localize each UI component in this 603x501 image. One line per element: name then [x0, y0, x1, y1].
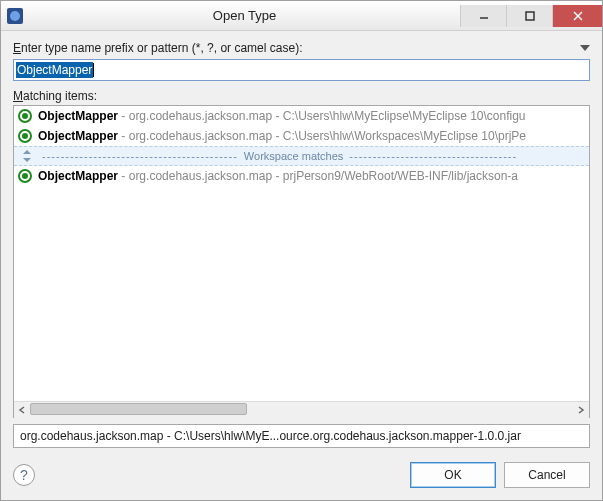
maximize-icon: [525, 11, 535, 21]
text-cursor: [93, 63, 94, 77]
ok-label: OK: [444, 468, 461, 482]
chevron-left-icon: [18, 406, 26, 414]
button-row: ? OK Cancel: [13, 462, 590, 488]
help-icon: ?: [20, 467, 28, 483]
scroll-left-button[interactable]: [14, 402, 30, 418]
status-text: org.codehaus.jackson.map - C:\Users\hlw\…: [20, 429, 521, 443]
close-icon: [573, 11, 583, 21]
close-button[interactable]: [552, 5, 602, 27]
class-icon: [18, 109, 32, 123]
svg-rect-1: [526, 12, 534, 20]
scroll-track[interactable]: [30, 402, 573, 418]
minimize-icon: [479, 11, 489, 21]
input-value: ObjectMapper: [16, 62, 93, 78]
divider-dashes: ----------------------------------------…: [42, 150, 238, 162]
item-text: ObjectMapper - org.codehaus.jackson.map …: [38, 109, 526, 123]
list-item[interactable]: ObjectMapper - org.codehaus.jackson.map …: [14, 166, 589, 186]
matching-items-label: Matching items:: [13, 89, 590, 103]
expand-grip-icon[interactable]: [20, 151, 34, 161]
scroll-thumb[interactable]: [30, 403, 247, 415]
help-button[interactable]: ?: [13, 464, 35, 486]
app-icon: [7, 8, 23, 24]
prompt-label-row: Enter type name prefix or pattern (*, ?,…: [13, 41, 590, 55]
ok-button[interactable]: OK: [410, 462, 496, 488]
cancel-button[interactable]: Cancel: [504, 462, 590, 488]
window-title: Open Type: [29, 8, 460, 23]
window-controls: [460, 5, 602, 27]
class-icon: [18, 169, 32, 183]
workspace-matches-divider: ----------------------------------------…: [14, 146, 589, 166]
type-name-input[interactable]: ObjectMapper: [13, 59, 590, 81]
divider-label: Workspace matches: [244, 150, 343, 162]
open-type-dialog: Open Type Enter type name prefix or patt…: [0, 0, 603, 501]
minimize-button[interactable]: [460, 5, 506, 27]
titlebar: Open Type: [1, 1, 602, 31]
class-icon: [18, 129, 32, 143]
matching-items-list: ObjectMapper - org.codehaus.jackson.map …: [13, 105, 590, 418]
list-item[interactable]: ObjectMapper - org.codehaus.jackson.map …: [14, 126, 589, 146]
horizontal-scrollbar[interactable]: [14, 401, 589, 417]
scroll-right-button[interactable]: [573, 402, 589, 418]
item-text: ObjectMapper - org.codehaus.jackson.map …: [38, 169, 518, 183]
maximize-button[interactable]: [506, 5, 552, 27]
dialog-content: Enter type name prefix or pattern (*, ?,…: [1, 31, 602, 500]
status-bar: org.codehaus.jackson.map - C:\Users\hlw\…: [13, 424, 590, 448]
prompt-label: Enter type name prefix or pattern (*, ?,…: [13, 41, 302, 55]
chevron-right-icon: [577, 406, 585, 414]
list-body: ObjectMapper - org.codehaus.jackson.map …: [14, 106, 589, 401]
options-menu-button[interactable]: [580, 45, 590, 51]
item-text: ObjectMapper - org.codehaus.jackson.map …: [38, 129, 526, 143]
divider-dashes: ------------------------------------: [349, 150, 517, 162]
cancel-label: Cancel: [528, 468, 565, 482]
list-item[interactable]: ObjectMapper - org.codehaus.jackson.map …: [14, 106, 589, 126]
